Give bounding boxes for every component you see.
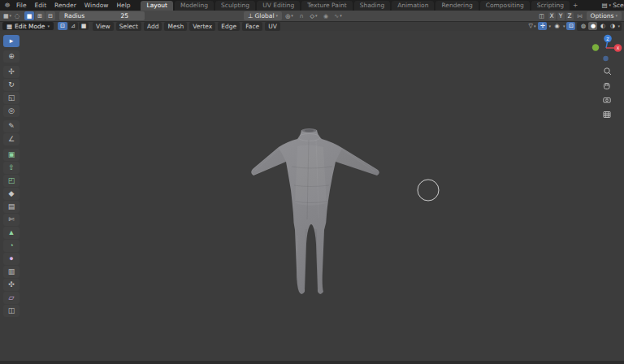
active-tool-select-circle-icon[interactable]: ◌ bbox=[12, 11, 22, 20]
chevron-down-icon: ▾ bbox=[615, 14, 618, 18]
character-mesh[interactable] bbox=[251, 128, 379, 294]
show-gizmo-toggle[interactable]: ✢ bbox=[538, 22, 547, 30]
scene-selector[interactable]: ▤ ▾ Scene bbox=[602, 2, 624, 9]
tool-extrude-region-button[interactable]: ⇧ bbox=[3, 162, 20, 174]
chevron-down-icon: ▾ bbox=[10, 14, 12, 18]
tab-rendering[interactable]: Rendering bbox=[436, 1, 478, 11]
tool-bevel-button[interactable]: ◆ bbox=[3, 188, 20, 200]
face-select-button[interactable]: ■ bbox=[79, 22, 89, 30]
menu-render[interactable]: Render bbox=[50, 2, 80, 9]
3d-viewport[interactable]: ▸⊕✢↻◱◎✎∠▣⇧◰◆▤✄▲◔●▥✣▱◫ bbox=[0, 31, 624, 364]
select-mode-new-button[interactable]: ■ bbox=[24, 11, 34, 20]
tool-poly-build-button[interactable]: ▲ bbox=[3, 227, 20, 239]
tab-scripting[interactable]: Scripting bbox=[531, 1, 570, 11]
tab-animation[interactable]: Animation bbox=[392, 1, 434, 11]
edge-select-button[interactable]: ⊿ bbox=[68, 22, 78, 30]
viewport-menu-vertex[interactable]: Vertex bbox=[189, 22, 215, 31]
tab-uv-editing[interactable]: UV Editing bbox=[257, 1, 300, 11]
radius-label: Radius bbox=[64, 12, 84, 20]
interaction-mode-dropdown[interactable]: ▦ Edit Mode ▾ bbox=[2, 22, 54, 30]
tool-shrink-fatten-button[interactable]: ✣ bbox=[3, 279, 20, 291]
proportional-edit-toggle[interactable]: ◉ bbox=[321, 11, 331, 20]
tool-cursor-button[interactable]: ⊕ bbox=[3, 50, 20, 63]
snap-toggle[interactable]: ∩ bbox=[297, 11, 306, 20]
pivot-icon: ◎ bbox=[285, 13, 290, 20]
mirror-x-toggle[interactable]: X bbox=[548, 12, 556, 20]
tool-add-cube-button[interactable]: ▣ bbox=[3, 149, 20, 161]
pivot-point-dropdown[interactable]: ◎ ▾ bbox=[284, 11, 294, 20]
snap-symmetry-icon[interactable]: ⋈ bbox=[575, 11, 585, 20]
tool-smooth-button[interactable]: ● bbox=[3, 253, 20, 265]
chevron-down-icon: ▾ bbox=[534, 24, 536, 28]
mirror-y-toggle[interactable]: Y bbox=[557, 12, 565, 20]
viewport-menu-add[interactable]: Add bbox=[144, 22, 162, 31]
chevron-down-icon: ▾ bbox=[340, 14, 342, 18]
pan-hand-button[interactable] bbox=[604, 84, 610, 89]
chevron-down-icon: ▾ bbox=[47, 24, 50, 28]
tool-move-button[interactable]: ✢ bbox=[3, 66, 20, 78]
axis-neg-z-ball[interactable] bbox=[603, 56, 608, 61]
proportional-falloff-dropdown[interactable]: ∿ ▾ bbox=[333, 11, 343, 20]
shading-solid-button[interactable]: ● bbox=[588, 22, 597, 30]
viewport-menu-mesh[interactable]: Mesh bbox=[164, 22, 187, 31]
viewport-menu-view[interactable]: View bbox=[93, 22, 114, 31]
shading-wireframe-button[interactable]: ◍ bbox=[578, 22, 587, 30]
scene-name: Scene bbox=[613, 2, 624, 9]
tool-edge-slide-button[interactable]: ▥ bbox=[3, 266, 20, 278]
tool-measure-button[interactable]: ∠ bbox=[3, 133, 20, 145]
visibility-filter-dropdown[interactable]: ▽ ▾ bbox=[527, 22, 536, 30]
xray-toggle[interactable]: ⊡ bbox=[566, 22, 575, 30]
tab-shading[interactable]: Shading bbox=[354, 1, 390, 11]
mode-dropdown[interactable]: ▦ ▾ bbox=[2, 11, 12, 20]
mirror-z-toggle[interactable]: Z bbox=[566, 12, 574, 20]
camera-view-button[interactable] bbox=[604, 98, 610, 103]
topbar: ☸ FileEditRenderWindowHelp LayoutModelin… bbox=[0, 0, 624, 11]
zoom-button[interactable] bbox=[604, 68, 611, 75]
show-overlays-toggle[interactable]: ◉ bbox=[552, 22, 561, 30]
snap-target-dropdown[interactable]: ◇ ▾ bbox=[309, 11, 318, 20]
menu-file[interactable]: File bbox=[12, 2, 31, 9]
mesh-select-mode-group: ⊡ ⊿ ■ bbox=[58, 22, 89, 30]
tab-compositing[interactable]: Compositing bbox=[480, 1, 530, 11]
radius-slider[interactable]: Radius 25 bbox=[59, 11, 145, 20]
options-label: Options bbox=[591, 12, 614, 20]
viewport-menu-uv[interactable]: UV bbox=[265, 22, 280, 31]
tool-spin-button[interactable]: ◔ bbox=[3, 240, 20, 252]
viewport-menu-face[interactable]: Face bbox=[242, 22, 262, 31]
blender-logo-icon[interactable]: ☸ bbox=[2, 2, 12, 9]
axis-y-ball[interactable] bbox=[592, 44, 599, 50]
select-mode-subtract-button[interactable]: ⊟ bbox=[46, 11, 55, 20]
orthographic-grid-button[interactable] bbox=[604, 112, 610, 118]
tab-layout[interactable]: Layout bbox=[141, 1, 173, 11]
tool-rip-region-button[interactable]: ◫ bbox=[3, 305, 20, 317]
select-mode-extend-button[interactable]: ⊞ bbox=[35, 11, 45, 20]
tool-scale-button[interactable]: ◱ bbox=[3, 92, 20, 104]
tool-shear-button[interactable]: ▱ bbox=[3, 292, 20, 304]
mirror-icon: ◫ bbox=[537, 11, 547, 20]
options-dropdown[interactable]: Options ▾ bbox=[587, 11, 622, 20]
orientation-dropdown[interactable]: ⊥ Global ▾ bbox=[244, 11, 282, 20]
add-workspace-button[interactable]: + bbox=[570, 2, 581, 9]
tool-rotate-button[interactable]: ↻ bbox=[3, 79, 20, 91]
viewport-menu-select[interactable]: Select bbox=[116, 22, 141, 31]
menu-window[interactable]: Window bbox=[80, 2, 113, 9]
chevron-down-icon: ▾ bbox=[275, 14, 278, 18]
tool-inset-faces-button[interactable]: ◰ bbox=[3, 175, 20, 187]
viewport-menus: ViewSelectAddMeshVertexEdgeFaceUV bbox=[93, 22, 280, 31]
tool-loop-cut-button[interactable]: ▤ bbox=[3, 201, 20, 213]
tool-transform-button[interactable]: ◎ bbox=[3, 105, 20, 117]
navigation-gizmo[interactable]: Z X bbox=[592, 35, 622, 62]
viewport-menu-edge[interactable]: Edge bbox=[218, 22, 240, 31]
menu-help[interactable]: Help bbox=[112, 2, 134, 9]
vertex-select-button[interactable]: ⊡ bbox=[58, 22, 67, 30]
tab-texture-paint[interactable]: Texture Paint bbox=[301, 1, 352, 11]
tab-modeling[interactable]: Modeling bbox=[175, 1, 214, 11]
tab-sculpting[interactable]: Sculpting bbox=[215, 1, 255, 11]
menu-edit[interactable]: Edit bbox=[31, 2, 51, 9]
shading-material-button[interactable]: ◐ bbox=[598, 22, 607, 30]
tool-select-circle-button[interactable]: ▸ bbox=[3, 35, 20, 47]
tool-annotate-button[interactable]: ✎ bbox=[3, 120, 20, 132]
shading-rendered-button[interactable]: ◑ bbox=[608, 22, 617, 30]
tool-knife-button[interactable]: ✄ bbox=[3, 214, 20, 226]
mirror-options-cluster: ◫ X Y Z ⋈ Options ▾ bbox=[537, 11, 622, 20]
